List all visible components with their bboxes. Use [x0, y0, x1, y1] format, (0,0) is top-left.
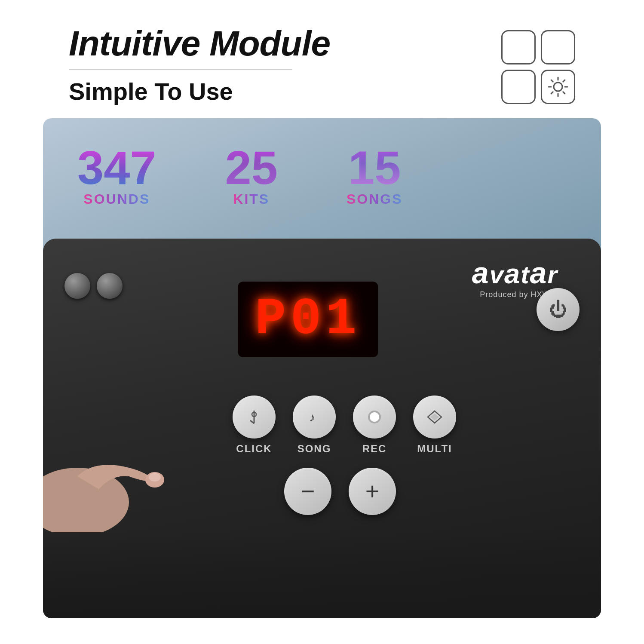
stat-label-songs: SONGS [347, 191, 403, 207]
click-button[interactable] [233, 396, 276, 439]
svg-point-3 [149, 473, 161, 481]
diamond-icon [427, 409, 442, 425]
small-knob-2 [97, 273, 123, 299]
multi-label: MULTI [417, 443, 452, 455]
song-label: SONG [297, 443, 331, 455]
rec-button-group: REC [353, 396, 396, 455]
icons-grid [501, 30, 575, 104]
icon-box-3 [501, 70, 536, 104]
click-label: CLICK [236, 443, 272, 455]
led-display: P01 [238, 282, 378, 357]
sub-title: Simple To Use [69, 77, 330, 105]
image-section: 347 SOUNDS 25 KITS 15 SONGS avaTar Produ… [43, 118, 601, 618]
power-button[interactable]: ⏻ [537, 288, 580, 331]
small-knob-1 [64, 273, 90, 299]
rec-label: REC [362, 443, 387, 455]
gear-icon [545, 74, 571, 100]
brand-name: avaTar [472, 256, 558, 290]
stat-label-kits: KITS [233, 191, 270, 207]
minus-icon: − [301, 479, 315, 503]
rec-button[interactable] [353, 396, 396, 439]
buttons-row-bottom: − + [224, 468, 456, 515]
main-title: Intuitive Module [69, 26, 330, 61]
plus-icon: + [365, 479, 380, 503]
stat-number-kits: 25 [225, 144, 278, 191]
page-container: Intuitive Module Simple To Use 347 SOUND… [0, 0, 644, 644]
hand-svg [43, 382, 172, 532]
hand-area [43, 382, 172, 532]
metronome-icon [247, 408, 262, 426]
module-photo: avaTar Produced by HXW P01 ⏻ [43, 239, 601, 618]
plus-button[interactable]: + [349, 468, 396, 515]
icon-box-1 [501, 30, 536, 64]
svg-text:♪: ♪ [309, 411, 315, 424]
icon-box-2 [541, 30, 575, 64]
minus-button[interactable]: − [284, 468, 331, 515]
small-knobs-area [64, 273, 123, 299]
buttons-row-top: CLICK ♪ SONG [233, 396, 456, 455]
stats-overlay: 347 SOUNDS 25 KITS 15 SONGS [43, 118, 601, 224]
rec-dot-icon [368, 411, 381, 423]
buttons-section: CLICK ♪ SONG [233, 396, 456, 515]
stat-number-sounds: 347 [77, 144, 156, 191]
led-text: P01 [255, 290, 361, 349]
stat-number-songs: 15 [348, 144, 401, 191]
multi-button-group: MULTI [413, 396, 456, 455]
header-section: Intuitive Module Simple To Use [0, 0, 644, 118]
power-icon: ⏻ [549, 299, 567, 320]
svg-point-0 [554, 83, 562, 91]
multi-button[interactable] [413, 396, 456, 439]
song-button-group: ♪ SONG [293, 396, 336, 455]
divider-line [69, 69, 292, 70]
song-button[interactable]: ♪ [293, 396, 336, 439]
stat-songs: 15 SONGS [347, 144, 403, 207]
gear-icon-box [541, 70, 575, 104]
song-icon: ♪ [307, 409, 321, 425]
stat-kits: 25 KITS [225, 144, 278, 207]
click-button-group: CLICK [233, 396, 276, 455]
header-text: Intuitive Module Simple To Use [69, 26, 330, 105]
stat-sounds: 347 SOUNDS [77, 144, 156, 207]
stat-label-sounds: SOUNDS [83, 191, 150, 207]
svg-marker-9 [430, 414, 439, 420]
bottom-gradient [43, 532, 601, 618]
